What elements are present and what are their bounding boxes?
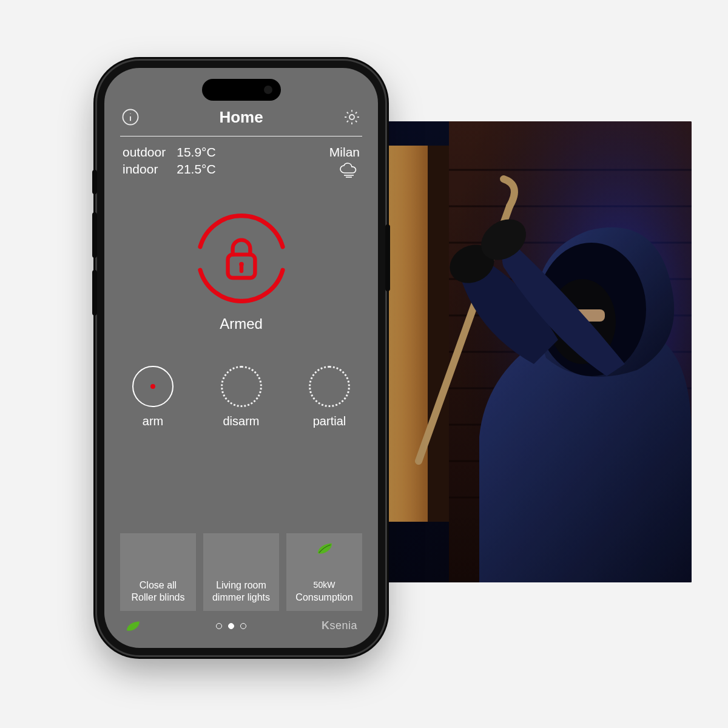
phone-screen: Home outdoor 15.9°C indoor 21.5°C: [104, 68, 378, 648]
tile-close-roller-blinds[interactable]: Close all Roller blinds: [120, 533, 196, 611]
phone-mockup: Home outdoor 15.9°C indoor 21.5°C: [97, 61, 385, 655]
indoor-value: 21.5°C: [177, 162, 215, 177]
tile-living-room-dimmer[interactable]: Living room dimmer lights: [203, 533, 279, 611]
composition: Home outdoor 15.9°C indoor 21.5°C: [36, 36, 692, 692]
control-partial[interactable]: partial: [309, 366, 350, 428]
status-indicator[interactable]: [193, 210, 290, 307]
tile-line: dimmer lights: [212, 592, 270, 604]
control-disarm[interactable]: disarm: [221, 366, 262, 428]
outdoor-value: 15.9°C: [177, 145, 215, 160]
app-root: Home outdoor 15.9°C indoor 21.5°C: [104, 68, 378, 648]
page-dot-active[interactable]: [228, 623, 234, 629]
info-icon[interactable]: [120, 107, 141, 127]
phone-side-button: [92, 270, 97, 315]
leaf-icon: [125, 620, 141, 632]
tile-consumption[interactable]: 50kW Consumption: [286, 533, 362, 611]
brand-logo: Ksenia: [322, 619, 357, 632]
indoor-label: indoor: [123, 162, 166, 177]
control-label: disarm: [223, 414, 259, 428]
circle-dotted-icon: [221, 366, 262, 407]
location-name: Milan: [329, 145, 360, 160]
tile-line: Living room: [216, 579, 266, 592]
control-arm[interactable]: arm: [132, 366, 174, 428]
tile-line: Close all: [140, 579, 177, 592]
circle-solid-dot-icon: [132, 366, 174, 407]
weather-panel: outdoor 15.9°C indoor 21.5°C Milan: [120, 136, 362, 186]
phone-notch: [202, 79, 281, 101]
arming-controls: arm disarm partial: [120, 366, 362, 428]
arming-status: Armed: [120, 210, 362, 332]
outdoor-label: outdoor: [123, 145, 166, 160]
tile-lead-value: 50kW: [314, 580, 335, 591]
gear-icon[interactable]: [342, 107, 362, 127]
quick-action-tiles: Close all Roller blinds Living room dimm…: [120, 533, 362, 616]
app-header: Home: [120, 107, 362, 136]
control-label: partial: [313, 414, 346, 428]
tile-line: Roller blinds: [131, 592, 184, 604]
bottom-bar: Ksenia: [120, 616, 362, 636]
phone-side-button: [92, 170, 97, 194]
status-label: Armed: [220, 315, 263, 332]
page-title: Home: [219, 108, 263, 127]
page-dot[interactable]: [216, 623, 222, 629]
leaf-icon: [316, 542, 333, 558]
tile-line: Consumption: [295, 592, 352, 604]
circle-dotted-icon: [309, 366, 350, 407]
phone-side-button: [385, 224, 390, 291]
control-label: arm: [143, 414, 163, 428]
page-indicator[interactable]: [216, 623, 246, 629]
page-dot[interactable]: [240, 623, 246, 629]
phone-side-button: [92, 212, 97, 258]
cloud-icon: [338, 162, 360, 181]
lock-icon: [228, 240, 255, 278]
svg-point-24: [130, 113, 130, 114]
weather-readings: outdoor 15.9°C indoor 21.5°C: [123, 145, 216, 177]
svg-point-25: [349, 115, 354, 120]
weather-location: Milan: [329, 145, 360, 181]
